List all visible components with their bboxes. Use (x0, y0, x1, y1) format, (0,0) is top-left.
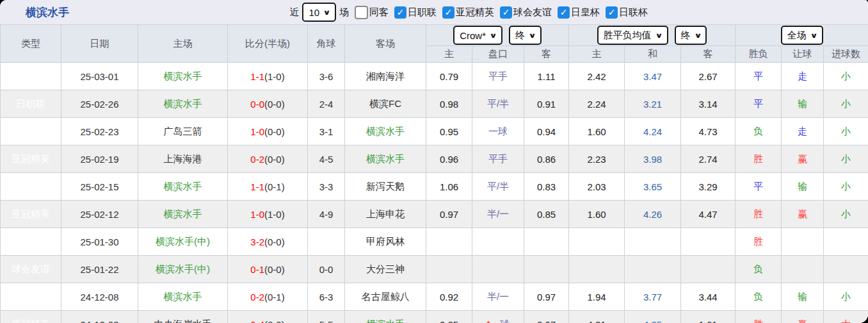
date-cell: 25-03-01 (61, 63, 138, 90)
goals-result-cell: 小 (824, 118, 868, 145)
eu-away-odds: 1.61 (681, 311, 735, 323)
corner-cell (308, 228, 345, 256)
subcol-result: 胜负 (735, 46, 782, 63)
goals-result-cell (824, 256, 868, 283)
match-row: 日职联 25-02-15 横滨水手 1-1(0-1) 3-3 新泻天鹅 1.06… (1, 173, 868, 201)
ah-home-odds (426, 256, 472, 283)
bookmaker-state-select[interactable]: 终 ∨ (509, 26, 542, 45)
goals-result-cell: 小 (824, 90, 868, 118)
emperors-cup-checkbox[interactable]: ✓ (558, 6, 570, 19)
acl-elite-checkbox[interactable]: ✓ (442, 6, 454, 19)
same-away-filter: 同客 (355, 6, 389, 19)
corner-cell: 3-1 (308, 118, 345, 145)
club-friendly-checkbox[interactable]: ✓ (500, 6, 512, 19)
away-team-cell: 横滨水手 (345, 145, 426, 173)
fulltime-score: 3-2 (250, 236, 264, 247)
goals-result-cell: 小 (824, 63, 868, 90)
halftime-score: (1-0) (264, 71, 285, 82)
corner-cell: 3-6 (308, 63, 345, 90)
eu-away-odds (681, 256, 735, 283)
corner-cell: 5-5 (308, 311, 345, 323)
score-cell: 3-2(0-0) (228, 228, 308, 256)
ah-home-odds (426, 228, 472, 256)
scope-controls-cell: 全场 ∨ (735, 25, 868, 46)
j1-league-checkbox[interactable]: ✓ (394, 6, 406, 19)
halftime-score: (0-0) (264, 99, 285, 110)
ah-away-odds: 0.85 (524, 201, 569, 228)
league-filter-acl: ✓ 亚冠精英 (442, 6, 494, 19)
chevron-down-icon: ∨ (323, 8, 330, 17)
ah-home-odds: 0.95 (426, 118, 472, 145)
chevron-down-icon: ∨ (694, 31, 702, 40)
result-cell: 负 (735, 118, 782, 145)
eu-home-odds: 2.23 (569, 145, 625, 173)
match-row: 日职联 24-12-08 横滨水手 0-2(0-1) 6-3 名古屋鲸八 0.9… (1, 283, 868, 311)
same-away-checkbox[interactable] (355, 6, 368, 19)
date-cell: 25-02-26 (61, 90, 138, 118)
home-team-cell: 横滨水手 (138, 63, 228, 90)
subcol-eu-home: 主 (569, 46, 625, 63)
ah-result-cell: 输 (782, 283, 824, 311)
bookmaker-select[interactable]: Crow* ∨ (453, 26, 502, 45)
handicap-value: 半/一 (487, 291, 509, 302)
result-cell: 胜 (735, 311, 782, 323)
ah-away-odds: 0.83 (524, 173, 569, 201)
recent-count-select[interactable]: 10 ∨ (302, 3, 336, 22)
col-header-corner: 角球 (308, 25, 345, 63)
recent-count-value: 10 (309, 7, 319, 18)
date-cell: 24-12-03 (61, 311, 138, 323)
match-row: 亚冠精英 25-02-12 横滨水手 1-0(1-0) 4-9 上海申花 0.9… (1, 201, 868, 228)
ah-home-odds: 1.06 (426, 173, 472, 201)
result-cell: 平 (735, 90, 782, 118)
home-team-cell: 广岛三箭 (138, 118, 228, 145)
result-cell: 负 (735, 283, 782, 311)
handicap-value: 平/半 (487, 98, 509, 109)
away-team-cell: 新泻天鹅 (345, 173, 426, 201)
league-badge: 日职联 (1, 118, 61, 145)
fulltime-score: 1-0 (250, 209, 264, 220)
same-away-label[interactable]: 同客 (369, 6, 389, 19)
eu-away-odds: 2.67 (681, 63, 735, 90)
league-cup-checkbox[interactable]: ✓ (606, 6, 618, 19)
score-cell: 1-0(1-0) (228, 201, 308, 228)
scope-select[interactable]: 全场 ∨ (781, 26, 823, 45)
ah-away-odds: 0.94 (524, 118, 569, 145)
ah-result-cell: 赢 (782, 311, 824, 323)
eu-draw-odds: 3.47 (625, 63, 681, 90)
ah-handicap: *一球 (472, 311, 524, 323)
j1-league-label[interactable]: 日职联 (408, 6, 437, 19)
away-team-cell: 湘南海洋 (345, 63, 426, 90)
emperors-cup-label[interactable]: 日皇杯 (571, 6, 600, 19)
eu-home-odds: 4.31 (569, 311, 625, 323)
goals-result-cell: 小 (824, 201, 868, 228)
goals-result-cell: 小 (824, 283, 868, 311)
date-cell: 25-01-22 (61, 256, 138, 283)
league-filter-emperors-cup: ✓ 日皇杯 (558, 6, 600, 19)
eu-draw-odds: 3.65 (625, 173, 681, 201)
fulltime-score: 1-1 (250, 71, 264, 82)
average-odds-select[interactable]: 胜平负均值 ∨ (597, 26, 668, 45)
subcol-eu-draw: 和 (625, 46, 681, 63)
ah-handicap: 半/一 (472, 283, 524, 311)
scope-value: 全场 (787, 29, 807, 42)
chevron-down-icon: ∨ (655, 31, 663, 40)
average-odds-value: 胜平负均值 (604, 29, 652, 42)
eu-home-odds: 2.03 (569, 173, 625, 201)
league-badge: 日职联 (1, 90, 61, 118)
ah-home-odds: 0.79 (426, 63, 472, 90)
fulltime-score: 0-0 (250, 99, 264, 110)
ah-handicap: 一球 (472, 118, 524, 145)
col-header-away: 客场 (345, 25, 426, 63)
acl-elite-label[interactable]: 亚冠精英 (456, 6, 494, 19)
league-cup-label[interactable]: 日联杯 (619, 6, 648, 19)
away-team-cell: 横滨水手 (345, 311, 426, 323)
eu-home-odds (569, 256, 625, 283)
ah-home-odds: 0.98 (426, 90, 472, 118)
eu-home-odds (569, 228, 625, 256)
chevron-down-icon: ∨ (489, 31, 497, 40)
average-state-select[interactable]: 终 ∨ (675, 26, 707, 45)
club-friendly-label[interactable]: 球会友谊 (513, 6, 552, 19)
eu-draw-odds: 3.98 (625, 145, 681, 173)
score-cell: 1-1(1-0) (228, 63, 308, 90)
handicap-value: 一球 (490, 319, 510, 323)
